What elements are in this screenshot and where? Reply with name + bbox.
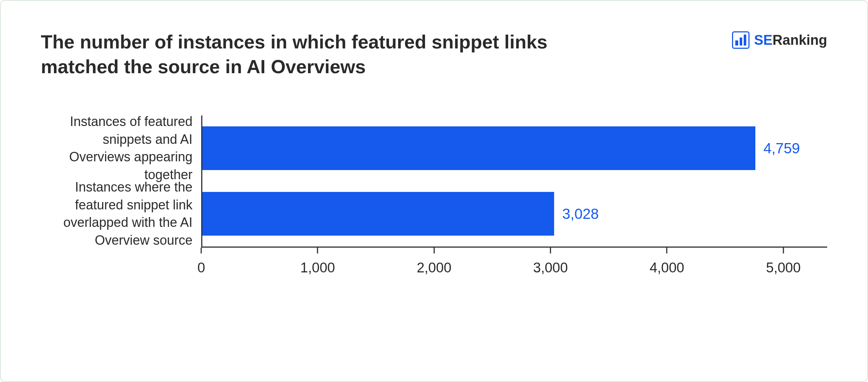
- x-tick: 1,000: [300, 248, 335, 276]
- category-label: Instances of featured snippets and AI Ov…: [41, 115, 201, 181]
- plot-inner: 4,7593,028: [201, 115, 827, 247]
- brand-se: SE: [754, 32, 772, 48]
- brand-name: SERanking: [754, 32, 827, 48]
- tick-label: 0: [197, 260, 205, 276]
- tick-label: 4,000: [650, 260, 684, 276]
- x-tick: 4,000: [650, 248, 684, 276]
- y-axis-labels: Instances of featured snippets and AI Ov…: [41, 115, 201, 276]
- tick-label: 1,000: [300, 260, 335, 276]
- chart-area: Instances of featured snippets and AI Ov…: [41, 115, 827, 276]
- header: The number of instances in which feature…: [41, 30, 827, 79]
- brand-ranking: Ranking: [772, 32, 827, 48]
- bar-row: 3,028: [202, 181, 827, 247]
- bar-value-label: 3,028: [562, 206, 599, 222]
- bar: [202, 192, 554, 236]
- tick-label: 3,000: [533, 260, 568, 276]
- tick-mark: [550, 248, 551, 253]
- x-axis: 01,0002,0003,0004,0005,000: [201, 247, 827, 276]
- bar-row: 4,759: [202, 115, 827, 181]
- bar-value-label: 4,759: [763, 140, 800, 157]
- x-tick: 0: [197, 248, 205, 276]
- x-tick: 5,000: [766, 248, 801, 276]
- tick-mark: [433, 248, 435, 253]
- tick-mark: [201, 248, 202, 253]
- tick-label: 5,000: [766, 260, 801, 276]
- tick-label: 2,000: [417, 260, 451, 276]
- category-label: Instances where the featured snippet lin…: [41, 181, 201, 247]
- chart-title: The number of instances in which feature…: [41, 30, 588, 79]
- plot: 4,7593,028 01,0002,0003,0004,0005,000: [201, 115, 827, 276]
- bar: [202, 126, 755, 170]
- brand-logo: SERanking: [732, 31, 827, 49]
- tick-mark: [666, 248, 667, 253]
- chart-frame: The number of instances in which feature…: [0, 0, 868, 382]
- tick-mark: [317, 248, 318, 253]
- x-tick: 3,000: [533, 248, 568, 276]
- x-tick: 2,000: [417, 248, 451, 276]
- bar-chart-icon: [732, 31, 750, 49]
- tick-mark: [783, 248, 784, 253]
